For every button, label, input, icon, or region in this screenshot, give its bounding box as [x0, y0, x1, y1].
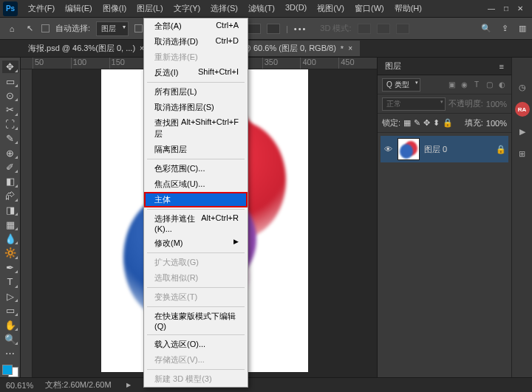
- tool-preset-icon[interactable]: ↖: [24, 23, 35, 35]
- menu-select[interactable]: 选择(S): [206, 1, 242, 16]
- menu-help[interactable]: 帮助(H): [390, 1, 426, 16]
- ra-badge-icon[interactable]: RA: [515, 102, 530, 117]
- menu-item-shortcut: Ctrl+A: [216, 21, 239, 32]
- menu-item[interactable]: 主体: [144, 192, 248, 207]
- menu-view[interactable]: 视图(V): [313, 1, 349, 16]
- lock-artboard-icon[interactable]: ⬍: [433, 118, 440, 128]
- blur-tool[interactable]: 💧: [2, 233, 18, 245]
- foreground-color[interactable]: [2, 365, 13, 375]
- menu-item[interactable]: 隔离图层: [144, 142, 248, 157]
- stamp-tool[interactable]: ◧: [2, 175, 18, 188]
- share-icon[interactable]: ⇪: [502, 24, 508, 33]
- maximize-button[interactable]: □: [504, 4, 508, 13]
- visibility-icon[interactable]: 👁: [383, 145, 393, 154]
- type-tool[interactable]: T: [2, 275, 18, 288]
- lock-position-icon[interactable]: ✥: [423, 118, 430, 128]
- menu-item[interactable]: 焦点区域(U)...: [144, 176, 248, 192]
- filter-adjust-icon[interactable]: ◉: [459, 80, 469, 90]
- document-size[interactable]: 文档:2.60M/2.60M: [45, 379, 111, 391]
- fill-value[interactable]: 100%: [486, 119, 507, 128]
- properties-icon[interactable]: ⊞: [515, 146, 530, 161]
- distribute-icon[interactable]: [267, 24, 280, 34]
- layer-name[interactable]: 图层 0: [424, 144, 447, 155]
- menu-item[interactable]: 取消选择图层(S): [144, 100, 248, 115]
- filter-pixel-icon[interactable]: ▣: [446, 80, 457, 90]
- menu-layer[interactable]: 图层(L): [132, 1, 167, 16]
- blend-mode-select[interactable]: 正常: [382, 97, 446, 111]
- autoselect-checkbox[interactable]: [41, 24, 50, 32]
- menu-item[interactable]: 全部(A)Ctrl+A: [144, 18, 248, 34]
- edit-toolbar-icon[interactable]: ⋯: [2, 347, 18, 360]
- gradient-tool[interactable]: ▦: [2, 218, 18, 230]
- 3d-icon[interactable]: [396, 24, 409, 34]
- color-swatches[interactable]: [2, 365, 18, 377]
- play-icon[interactable]: ▶: [515, 124, 530, 139]
- menu-item: 扩大选取(G): [144, 255, 248, 270]
- menu-3d[interactable]: 3D(D): [281, 1, 311, 16]
- quick-select-tool[interactable]: ✂: [2, 103, 18, 116]
- filter-smart-icon[interactable]: ◐: [497, 80, 507, 90]
- brush-tool[interactable]: ✐: [2, 161, 18, 173]
- move-tool[interactable]: ✥: [2, 61, 18, 73]
- eraser-tool[interactable]: ◨: [2, 204, 18, 216]
- search-icon[interactable]: 🔍: [481, 24, 491, 33]
- hand-tool[interactable]: ✋: [2, 318, 18, 331]
- menu-item[interactable]: 选择并遮住(K)...Alt+Ctrl+R: [144, 211, 248, 235]
- marquee-tool[interactable]: ▭: [2, 75, 18, 87]
- minimize-button[interactable]: —: [488, 4, 495, 13]
- close-tab-icon[interactable]: ×: [348, 44, 352, 52]
- 3d-icon[interactable]: [358, 24, 371, 34]
- lock-all-icon[interactable]: 🔒: [443, 118, 453, 128]
- menu-item[interactable]: 色彩范围(C)...: [144, 161, 248, 176]
- distribute-icon[interactable]: [248, 24, 261, 34]
- opacity-value[interactable]: 100%: [486, 100, 507, 109]
- workspace-icon[interactable]: ▥: [519, 24, 526, 33]
- shape-tool[interactable]: ▭: [2, 304, 18, 317]
- menu-item[interactable]: 载入选区(O)...: [144, 337, 248, 352]
- menu-item[interactable]: 查找图层Alt+Shift+Ctrl+F: [144, 115, 248, 142]
- menu-item[interactable]: 所有图层(L): [144, 84, 248, 100]
- menu-file[interactable]: 文件(F): [24, 1, 59, 16]
- healing-tool[interactable]: ⊕: [2, 146, 18, 159]
- doc-tab[interactable]: 海报.psd @ 46.3%(图层 0, ...) ×: [21, 41, 151, 56]
- menu-edit[interactable]: 编辑(E): [61, 1, 97, 16]
- zoom-tool[interactable]: 🔍: [2, 333, 18, 345]
- menu-item[interactable]: 反选(I)Shift+Ctrl+I: [144, 65, 248, 80]
- close-button[interactable]: ✕: [517, 4, 523, 13]
- history-icon[interactable]: ◷: [515, 80, 530, 94]
- panel-title: 图层: [385, 61, 401, 72]
- more-icon[interactable]: •••: [294, 24, 307, 33]
- lock-pixels-icon[interactable]: ✎: [414, 118, 420, 128]
- menu-image[interactable]: 图像(I): [98, 1, 131, 16]
- lasso-tool[interactable]: ⊙: [2, 89, 18, 102]
- lock-transparency-icon[interactable]: ▦: [403, 118, 411, 128]
- panel-tab-layers[interactable]: 图层 ≡: [378, 58, 511, 75]
- status-menu-icon[interactable]: ▶: [126, 382, 131, 388]
- zoom-level[interactable]: 60.61%: [6, 381, 33, 390]
- history-brush-tool[interactable]: ⮳: [2, 190, 18, 202]
- filter-type-icon[interactable]: T: [471, 80, 482, 90]
- layer-lock-icon[interactable]: 🔒: [496, 145, 506, 154]
- layer-row[interactable]: 👁 图层 0 🔒: [381, 136, 508, 162]
- menu-item[interactable]: 在快速蒙版模式下编辑(Q): [144, 309, 248, 333]
- main-menu: 文件(F) 编辑(E) 图像(I) 图层(L) 文字(Y) 选择(S) 滤镜(T…: [24, 1, 488, 16]
- menu-filter[interactable]: 滤镜(T): [244, 1, 279, 16]
- menu-item[interactable]: 修改(M)▶: [144, 235, 248, 251]
- autoselect-label: 自动选择:: [55, 23, 90, 34]
- pen-tool[interactable]: ✒: [2, 261, 18, 274]
- crop-tool[interactable]: ⛶: [2, 118, 18, 131]
- layer-filter-type[interactable]: Q 类型: [382, 78, 420, 92]
- panel-menu-icon[interactable]: ≡: [499, 62, 504, 71]
- filter-shape-icon[interactable]: ▢: [484, 80, 494, 90]
- dodge-tool[interactable]: 🔆: [2, 247, 18, 259]
- menu-item[interactable]: 取消选择(D)Ctrl+D: [144, 34, 248, 49]
- layer-thumbnail[interactable]: [398, 138, 420, 160]
- menu-type[interactable]: 文字(Y): [169, 1, 205, 16]
- eyedropper-tool[interactable]: ✎: [2, 132, 18, 145]
- transform-checkbox[interactable]: [134, 24, 143, 32]
- path-tool[interactable]: ▷: [2, 290, 18, 303]
- autoselect-mode-select[interactable]: 图层: [96, 21, 129, 36]
- menu-window[interactable]: 窗口(W): [350, 1, 389, 16]
- 3d-icon[interactable]: [377, 24, 390, 34]
- home-icon[interactable]: ⌂: [6, 23, 18, 35]
